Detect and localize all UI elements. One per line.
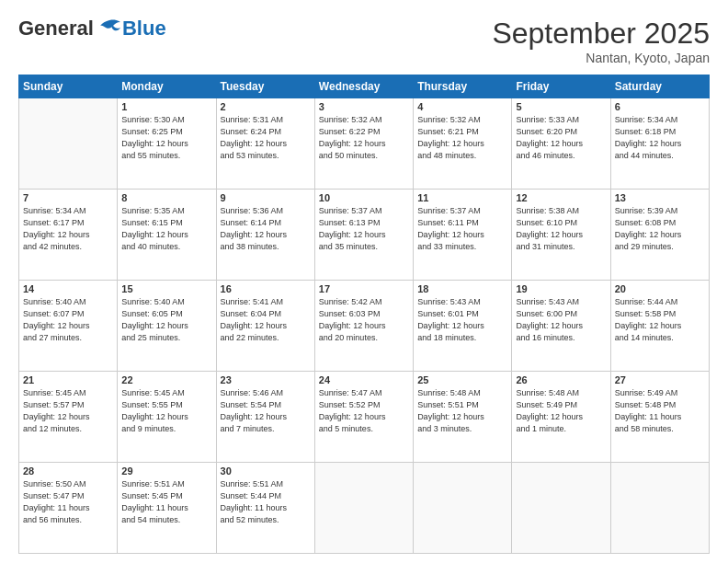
day-header-thursday: Thursday xyxy=(414,75,512,98)
calendar-cell: 14Sunrise: 5:40 AM Sunset: 6:07 PM Dayli… xyxy=(19,281,118,372)
day-number: 12 xyxy=(516,192,606,203)
calendar-cell: 2Sunrise: 5:31 AM Sunset: 6:24 PM Daylig… xyxy=(216,98,314,190)
day-info: Sunrise: 5:33 AM Sunset: 6:20 PM Dayligh… xyxy=(516,114,606,162)
day-info: Sunrise: 5:45 AM Sunset: 5:57 PM Dayligh… xyxy=(23,387,113,435)
day-number: 9 xyxy=(221,192,311,203)
day-number: 11 xyxy=(417,192,507,203)
day-info: Sunrise: 5:47 AM Sunset: 5:52 PM Dayligh… xyxy=(319,387,409,435)
title-block: September 2025 Nantan, Kyoto, Japan xyxy=(492,17,710,65)
day-info: Sunrise: 5:40 AM Sunset: 6:05 PM Dayligh… xyxy=(121,296,211,344)
day-header-monday: Monday xyxy=(118,75,216,98)
day-header-friday: Friday xyxy=(512,75,610,98)
calendar-cell: 30Sunrise: 5:51 AM Sunset: 5:44 PM Dayli… xyxy=(216,463,314,554)
day-number: 8 xyxy=(121,192,211,203)
day-number: 28 xyxy=(23,465,113,477)
day-info: Sunrise: 5:35 AM Sunset: 6:15 PM Dayligh… xyxy=(121,205,211,253)
day-number: 23 xyxy=(221,374,311,385)
day-number: 14 xyxy=(23,283,113,294)
day-info: Sunrise: 5:48 AM Sunset: 5:49 PM Dayligh… xyxy=(516,387,606,435)
day-info: Sunrise: 5:43 AM Sunset: 6:00 PM Dayligh… xyxy=(516,296,606,344)
day-number: 1 xyxy=(121,101,211,112)
calendar-cell: 7Sunrise: 5:34 AM Sunset: 6:17 PM Daylig… xyxy=(19,190,118,281)
calendar-cell: 27Sunrise: 5:49 AM Sunset: 5:48 PM Dayli… xyxy=(610,372,709,463)
day-header-tuesday: Tuesday xyxy=(216,75,314,98)
day-number: 16 xyxy=(221,283,311,294)
day-info: Sunrise: 5:37 AM Sunset: 6:13 PM Dayligh… xyxy=(319,205,409,253)
logo-bird-icon xyxy=(97,18,122,39)
day-number: 30 xyxy=(221,465,311,477)
day-info: Sunrise: 5:37 AM Sunset: 6:11 PM Dayligh… xyxy=(417,205,507,253)
calendar-table: SundayMondayTuesdayWednesdayThursdayFrid… xyxy=(18,75,710,554)
day-number: 7 xyxy=(23,192,113,203)
day-info: Sunrise: 5:48 AM Sunset: 5:51 PM Dayligh… xyxy=(417,387,507,435)
day-number: 27 xyxy=(615,374,705,385)
calendar-cell: 8Sunrise: 5:35 AM Sunset: 6:15 PM Daylig… xyxy=(118,190,216,281)
calendar-week-row: 7Sunrise: 5:34 AM Sunset: 6:17 PM Daylig… xyxy=(19,190,710,281)
day-info: Sunrise: 5:45 AM Sunset: 5:55 PM Dayligh… xyxy=(121,387,211,435)
calendar-cell: 21Sunrise: 5:45 AM Sunset: 5:57 PM Dayli… xyxy=(19,372,118,463)
day-number: 29 xyxy=(121,465,211,477)
day-info: Sunrise: 5:39 AM Sunset: 6:08 PM Dayligh… xyxy=(615,205,705,253)
day-info: Sunrise: 5:50 AM Sunset: 5:47 PM Dayligh… xyxy=(23,478,113,526)
day-number: 20 xyxy=(615,283,705,294)
calendar-cell: 1Sunrise: 5:30 AM Sunset: 6:25 PM Daylig… xyxy=(118,98,216,190)
day-info: Sunrise: 5:36 AM Sunset: 6:14 PM Dayligh… xyxy=(221,205,311,253)
calendar-cell: 13Sunrise: 5:39 AM Sunset: 6:08 PM Dayli… xyxy=(610,190,709,281)
day-number: 19 xyxy=(516,283,606,294)
day-header-saturday: Saturday xyxy=(610,75,709,98)
day-info: Sunrise: 5:41 AM Sunset: 6:04 PM Dayligh… xyxy=(221,296,311,344)
page: General Blue September 2025 Nantan, Kyot… xyxy=(0,0,728,563)
calendar-cell: 23Sunrise: 5:46 AM Sunset: 5:54 PM Dayli… xyxy=(216,372,314,463)
day-number: 24 xyxy=(319,374,409,385)
header: General Blue September 2025 Nantan, Kyot… xyxy=(18,17,710,65)
day-info: Sunrise: 5:49 AM Sunset: 5:48 PM Dayligh… xyxy=(615,387,705,435)
day-info: Sunrise: 5:44 AM Sunset: 5:58 PM Dayligh… xyxy=(615,296,705,344)
calendar-cell: 22Sunrise: 5:45 AM Sunset: 5:55 PM Dayli… xyxy=(118,372,216,463)
day-number: 10 xyxy=(319,192,409,203)
calendar-cell: 6Sunrise: 5:34 AM Sunset: 6:18 PM Daylig… xyxy=(610,98,709,190)
calendar-cell xyxy=(314,463,413,554)
day-number: 4 xyxy=(417,101,507,112)
calendar-cell: 19Sunrise: 5:43 AM Sunset: 6:00 PM Dayli… xyxy=(512,281,610,372)
calendar-cell: 12Sunrise: 5:38 AM Sunset: 6:10 PM Dayli… xyxy=(512,190,610,281)
day-header-wednesday: Wednesday xyxy=(314,75,413,98)
calendar-cell: 9Sunrise: 5:36 AM Sunset: 6:14 PM Daylig… xyxy=(216,190,314,281)
day-info: Sunrise: 5:46 AM Sunset: 5:54 PM Dayligh… xyxy=(221,387,311,435)
day-number: 15 xyxy=(121,283,211,294)
day-number: 22 xyxy=(121,374,211,385)
calendar-cell: 29Sunrise: 5:51 AM Sunset: 5:45 PM Dayli… xyxy=(118,463,216,554)
day-info: Sunrise: 5:32 AM Sunset: 6:21 PM Dayligh… xyxy=(417,114,507,162)
calendar-cell: 25Sunrise: 5:48 AM Sunset: 5:51 PM Dayli… xyxy=(414,372,512,463)
calendar-cell: 15Sunrise: 5:40 AM Sunset: 6:05 PM Dayli… xyxy=(118,281,216,372)
logo: General Blue xyxy=(18,17,166,40)
day-info: Sunrise: 5:43 AM Sunset: 6:01 PM Dayligh… xyxy=(417,296,507,344)
calendar-cell xyxy=(19,98,118,190)
day-number: 17 xyxy=(319,283,409,294)
calendar-header-row: SundayMondayTuesdayWednesdayThursdayFrid… xyxy=(19,75,710,98)
day-number: 21 xyxy=(23,374,113,385)
calendar-week-row: 14Sunrise: 5:40 AM Sunset: 6:07 PM Dayli… xyxy=(19,281,710,372)
day-info: Sunrise: 5:51 AM Sunset: 5:44 PM Dayligh… xyxy=(221,478,311,526)
calendar-cell: 16Sunrise: 5:41 AM Sunset: 6:04 PM Dayli… xyxy=(216,281,314,372)
calendar-cell: 4Sunrise: 5:32 AM Sunset: 6:21 PM Daylig… xyxy=(414,98,512,190)
day-info: Sunrise: 5:30 AM Sunset: 6:25 PM Dayligh… xyxy=(121,114,211,162)
calendar-cell: 3Sunrise: 5:32 AM Sunset: 6:22 PM Daylig… xyxy=(314,98,413,190)
month-title: September 2025 xyxy=(492,17,710,51)
calendar-week-row: 28Sunrise: 5:50 AM Sunset: 5:47 PM Dayli… xyxy=(19,463,710,554)
logo-blue-text: Blue xyxy=(122,17,166,40)
calendar-cell: 26Sunrise: 5:48 AM Sunset: 5:49 PM Dayli… xyxy=(512,372,610,463)
day-number: 18 xyxy=(417,283,507,294)
calendar-cell: 24Sunrise: 5:47 AM Sunset: 5:52 PM Dayli… xyxy=(314,372,413,463)
calendar-cell xyxy=(512,463,610,554)
day-info: Sunrise: 5:42 AM Sunset: 6:03 PM Dayligh… xyxy=(319,296,409,344)
calendar-cell: 17Sunrise: 5:42 AM Sunset: 6:03 PM Dayli… xyxy=(314,281,413,372)
day-number: 5 xyxy=(516,101,606,112)
day-number: 25 xyxy=(417,374,507,385)
day-number: 3 xyxy=(319,101,409,112)
day-number: 6 xyxy=(615,101,705,112)
day-header-sunday: Sunday xyxy=(19,75,118,98)
calendar-cell xyxy=(610,463,709,554)
calendar-week-row: 1Sunrise: 5:30 AM Sunset: 6:25 PM Daylig… xyxy=(19,98,710,190)
day-number: 26 xyxy=(516,374,606,385)
day-number: 13 xyxy=(615,192,705,203)
